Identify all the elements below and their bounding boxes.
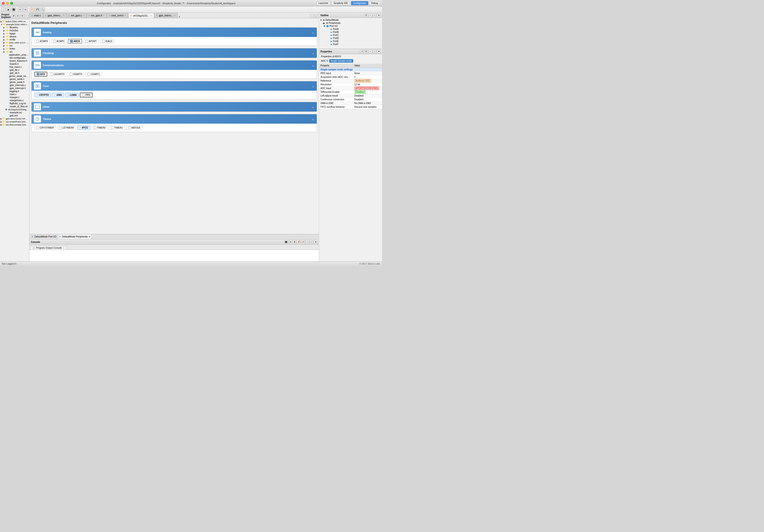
core-prs[interactable]: PRS <box>80 92 93 97</box>
console-maximize-btn[interactable]: □ <box>309 240 313 244</box>
console-terminate-btn[interactable]: ⬛ <box>284 240 288 244</box>
analog-idac0-checkbox[interactable] <box>102 40 104 43</box>
tree-item-hwconf[interactable]: ⚙ efr32bg1b232f256gm48.hwconf <box>0 108 29 111</box>
analog-acmp1-checkbox[interactable] <box>53 40 56 43</box>
comms-usart1[interactable]: USART1 <box>86 72 102 76</box>
analog-adc0[interactable]: ✓ ADC0 <box>68 39 82 44</box>
prop-row-prs-input[interactable]: PRS input None <box>319 71 382 75</box>
toolbar-icon-5[interactable]: ↪ <box>23 7 28 12</box>
tree-item-gatt-db-h[interactable]: 📄 gatt_db.h <box>0 71 29 74</box>
pe-minimize-btn[interactable]: − <box>25 14 28 18</box>
tree-item-gpio-int-c[interactable]: 📄 gpio_interrupt.c <box>0 84 29 87</box>
analog-acmp1[interactable]: ACMP1 <box>51 39 67 44</box>
tree-item-board-features[interactable]: 📄 board_features.h <box>0 60 29 63</box>
pe-sync-btn[interactable]: ⟳ <box>12 14 16 18</box>
tab-overflow-button[interactable]: » <box>178 15 181 18</box>
analog-aport-checkbox[interactable] <box>86 40 88 43</box>
launcher-button[interactable]: Launcher <box>316 1 330 5</box>
tree-item-includes[interactable]: ▶ 📁 Includes <box>0 29 29 32</box>
communications-header[interactable]: Communications ⌄ <box>32 61 317 70</box>
console-clear-btn[interactable]: ✕ <box>288 240 292 244</box>
debug-button[interactable]: Debug <box>369 1 380 5</box>
tree-item-gecko-weak-handler[interactable]: 📄 gecko_weak_handler.h <box>0 74 29 77</box>
tree-item-soc-thermometer[interactable]: ▶ 📁 soc-thermometer [GNU ARM v4.9.3 - De <box>0 123 29 126</box>
communications-expand-icon[interactable]: ⌄ <box>311 64 314 67</box>
tree-item-retarget-c[interactable]: 📄 retarget.c <box>0 96 29 99</box>
toolbar-icon-7[interactable]: 💾 <box>35 7 40 12</box>
properties-maximize-btn[interactable]: □ <box>373 50 376 53</box>
prop-row-left-adjust[interactable]: Left-adjust result Disabled <box>319 94 382 98</box>
console-open-btn[interactable]: ↗ <box>301 240 305 244</box>
tab-gpio-interrupt2[interactable]: C gpio_interru... ✕ <box>154 13 178 18</box>
outline-item-defaultmode[interactable]: ▼ ⊕ DefaultMode <box>319 19 382 22</box>
tab-close-hwconf[interactable]: ✕ <box>150 15 152 17</box>
prop-row-acq-time[interactable]: Acquisition time (ADC cloc... 1 <box>319 75 382 79</box>
properties-close-btn[interactable]: ✕ <box>377 50 381 53</box>
tab-hwconf[interactable]: ⚙ efr32bg1b232... ✕ <box>128 13 154 18</box>
tree-item-linker[interactable]: ▶ 📁 linker <box>0 47 29 50</box>
toolbar-icon-3[interactable]: ⬛ <box>11 7 16 12</box>
core-ldma[interactable]: ✓ LDMA <box>65 93 79 97</box>
timers-header[interactable]: Timers ⌄ <box>32 114 317 124</box>
console-close-btn[interactable]: ✕ <box>314 240 317 244</box>
timers-cryotimer-checkbox[interactable] <box>37 126 39 129</box>
timers-timer1-checkbox[interactable] <box>111 126 113 129</box>
properties-mode-button[interactable]: Single sample mode <box>329 59 353 63</box>
core-expand-icon[interactable]: ⌄ <box>311 84 314 88</box>
toolbar-icon-4[interactable]: ↩ <box>18 7 23 12</box>
core-prs-checkbox[interactable] <box>82 94 85 96</box>
tree-item-button[interactable]: ▶ 📁 button [GNU ARM v4.9.3 - Default (de… <box>0 20 29 23</box>
tree-item-example-isc[interactable]: 📄 example.isc <box>0 111 29 114</box>
analog-expand-icon[interactable]: ⌄ <box>311 30 314 34</box>
tree-item-inc[interactable]: ▶ 📁 inc <box>0 44 29 47</box>
tree-item-bgapi[interactable]: ▶ 📁 bgapi <box>0 32 29 35</box>
analog-acmp0-checkbox[interactable] <box>37 40 39 43</box>
analog-idac0[interactable]: IDAC0 <box>100 39 114 44</box>
console-scroll-btn[interactable]: ⬇ <box>292 240 296 244</box>
simplicity-ide-button[interactable]: Simplicity IDE <box>331 1 350 5</box>
toolbar-icon-1[interactable]: ⬜ <box>1 7 6 12</box>
core-crypto[interactable]: ✓ CRYPTO <box>34 93 51 97</box>
timers-timer1[interactable]: TIMER1 <box>109 126 125 130</box>
tab-close-core-cm4[interactable]: ✕ <box>124 15 126 17</box>
comms-usart0[interactable]: USART0 <box>68 72 84 76</box>
tab-close-gpio-interrupt2[interactable]: ✕ <box>174 15 176 17</box>
tree-item-src[interactable]: ▶ 📁 src <box>0 50 29 53</box>
outline-item-portb[interactable]: ◆ PortB <box>319 31 382 34</box>
tree-item-boards[interactable]: 📄 boards.h <box>0 63 29 66</box>
timers-wdog0[interactable]: WDOG0 <box>126 126 142 130</box>
analog-adc0-checkbox[interactable]: ✓ <box>70 40 73 43</box>
tree-item-gecko-weak-h[interactable]: 📄 gecko_weak.h <box>0 81 29 84</box>
bottom-tab-peripherals[interactable]: DefaultMode Peripherals <box>62 235 88 238</box>
timers-letimer0[interactable]: LETIMER0 <box>57 126 76 130</box>
tab-gpio-interrupt[interactable]: C gpio_interru... ✕ <box>43 13 67 18</box>
clocking-header[interactable]: Clocking ⌄ <box>32 49 317 58</box>
tab-close-em-gpio-c[interactable]: ✕ <box>83 15 85 17</box>
core-header[interactable]: Core ⌄ <box>32 81 317 91</box>
maximize-button[interactable] <box>10 2 13 5</box>
tree-item-device[interactable]: ▶ 📁 device <box>0 35 29 38</box>
tab-main-c[interactable]: C main.c <box>30 13 43 18</box>
bottom-tab-peripherals-close[interactable]: ✕ <box>89 236 90 238</box>
console-pin-btn[interactable]: 📌 <box>297 240 300 244</box>
outline-item-porte[interactable]: ◆ PortE <box>319 40 382 43</box>
outline-menu-btn[interactable]: ▽ <box>364 13 368 17</box>
tree-item-bsp[interactable]: 📄 bsp_trace.c <box>0 66 29 68</box>
timers-expand-icon[interactable]: ⌄ <box>311 117 314 121</box>
close-button[interactable] <box>2 2 5 5</box>
outline-item-portd[interactable]: ◆ PortD <box>319 37 382 40</box>
properties-minimize-btn[interactable]: − <box>368 50 372 53</box>
outline-close-btn[interactable]: ✕ <box>377 13 381 17</box>
timers-letimer0-checkbox[interactable] <box>59 126 62 129</box>
tab-close-em-gpio-h[interactable]: ✕ <box>103 15 104 17</box>
analog-aport[interactable]: APORT <box>83 39 99 44</box>
minimize-button[interactable] <box>6 2 9 5</box>
analog-header[interactable]: Analog ⌄ <box>32 28 317 37</box>
comms-i2c0[interactable]: ✓ I2C0 <box>34 72 47 77</box>
pe-menu-btn[interactable]: ▽ <box>20 14 24 18</box>
prop-row-resolution[interactable]: Resolution 12 bit <box>319 83 382 86</box>
toolbar-icon-8[interactable]: 🔍 <box>40 7 45 12</box>
tree-item-gatt-db-c[interactable]: 📄 gatt_db.c <box>0 68 29 71</box>
outline-item-portc[interactable]: ◆ PortC <box>319 34 382 37</box>
outline-item-peripherals[interactable]: ▶ ⊕ Peripherals <box>319 22 382 25</box>
